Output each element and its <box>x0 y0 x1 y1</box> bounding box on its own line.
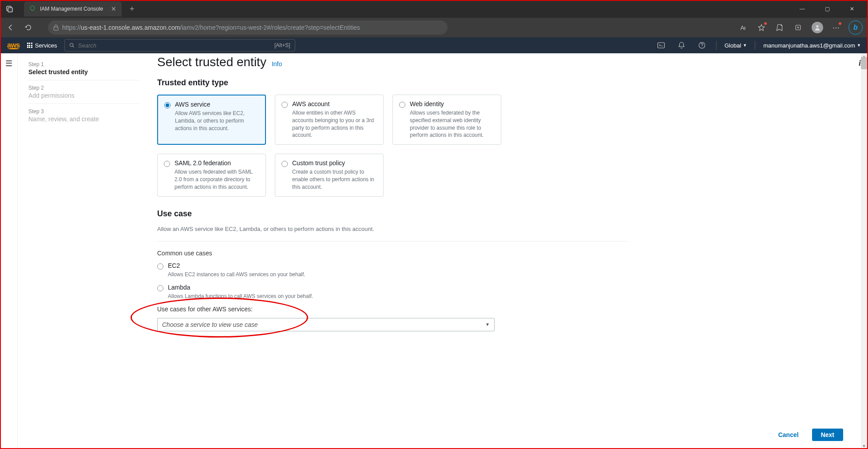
read-aloud-icon[interactable]: A)) <box>737 21 749 34</box>
browser-chrome: IAM Management Console ✕ + — ▢ ✕ https:/… <box>0 0 868 37</box>
back-button[interactable] <box>4 20 18 35</box>
wizard-step-1[interactable]: Step 1 Select trusted entity <box>28 57 139 80</box>
radio-icon <box>164 102 170 108</box>
lock-icon <box>53 24 59 31</box>
account-menu[interactable]: manumanjunatha.aws1@gmail.com ▼ <box>763 42 861 49</box>
service-select[interactable]: Choose a service to view use case ▼ <box>157 318 495 331</box>
svg-rect-1 <box>8 8 12 12</box>
radio-icon <box>281 102 288 108</box>
browser-titlebar: IAM Management Console ✕ + — ▢ ✕ <box>0 0 868 18</box>
chevron-down-icon: ▼ <box>743 43 747 48</box>
aws-console-header: aws Services [Alt+S] Global ▼ manumanjun… <box>0 37 868 53</box>
browser-tab[interactable]: IAM Management Console ✕ <box>24 1 122 16</box>
minimize-button[interactable]: — <box>793 6 811 12</box>
svg-point-4 <box>816 25 818 28</box>
use-case-heading: Use case <box>157 209 628 219</box>
chevron-down-icon: ▼ <box>857 43 861 48</box>
divider <box>157 241 628 242</box>
services-label: Services <box>35 42 57 49</box>
notifications-icon[interactable] <box>675 39 688 52</box>
entity-saml[interactable]: SAML 2.0 federation Allow users federate… <box>157 154 266 196</box>
radio-icon <box>157 263 163 270</box>
search-icon <box>69 42 75 48</box>
console-search-box[interactable]: [Alt+S] <box>64 39 295 52</box>
bing-icon[interactable]: b <box>848 20 863 35</box>
trusted-entity-heading: Trusted entity type <box>157 78 628 87</box>
aws-favicon-icon <box>29 5 36 12</box>
cloudshell-icon[interactable] <box>655 39 667 52</box>
aws-logo[interactable]: aws <box>7 42 20 49</box>
scrollbar-track[interactable] <box>861 53 867 449</box>
close-window-button[interactable]: ✕ <box>843 6 861 12</box>
wizard-step-2: Step 2 Add permissions <box>28 80 139 104</box>
svg-point-8 <box>702 47 702 47</box>
wizard-step-3: Step 3 Name, review, and create <box>28 104 139 127</box>
info-link[interactable]: Info <box>272 60 282 68</box>
favorite-icon[interactable] <box>755 21 768 34</box>
entity-web-identity[interactable]: Web identity Allows users federated by t… <box>392 95 501 145</box>
help-icon[interactable] <box>696 39 708 52</box>
favorites-list-icon[interactable] <box>774 21 786 34</box>
close-tab-icon[interactable]: ✕ <box>111 5 116 12</box>
svg-point-5 <box>70 43 73 46</box>
svg-rect-2 <box>54 27 58 30</box>
new-tab-button[interactable]: + <box>130 4 135 14</box>
url-text: https://us-east-1.console.aws.amazon.com… <box>62 24 360 31</box>
tab-actions-icon[interactable] <box>4 3 16 15</box>
left-rail: ☰ <box>0 53 18 449</box>
grid-icon <box>27 43 32 48</box>
radio-icon <box>281 161 288 167</box>
services-menu-button[interactable]: Services <box>27 42 57 49</box>
maximize-button[interactable]: ▢ <box>818 6 836 12</box>
page-title: Select trusted entity <box>157 55 266 69</box>
cancel-button[interactable]: Cancel <box>769 429 808 441</box>
browser-toolbar: https://us-east-1.console.aws.amazon.com… <box>0 18 868 37</box>
address-bar[interactable]: https://us-east-1.console.aws.amazon.com… <box>48 20 448 35</box>
usecase-ec2[interactable]: EC2 Allows EC2 instances to call AWS ser… <box>157 262 628 278</box>
region-selector[interactable]: Global ▼ <box>725 42 747 49</box>
scroll-down-icon[interactable]: ▼ <box>861 443 867 449</box>
hamburger-menu-icon[interactable]: ☰ <box>5 59 12 449</box>
annotation-highlight <box>131 298 308 338</box>
common-use-cases-label: Common use cases <box>157 250 628 257</box>
svg-rect-6 <box>658 43 664 48</box>
tab-title: IAM Management Console <box>40 6 107 12</box>
scrollbar-thumb[interactable] <box>861 57 867 69</box>
wizard-steps: Step 1 Select trusted entity Step 2 Add … <box>28 53 139 449</box>
usecase-lambda[interactable]: Lambda Allows Lambda functions to call A… <box>157 284 628 299</box>
entity-aws-account[interactable]: AWS account Allow entities in other AWS … <box>275 95 384 145</box>
chevron-down-icon: ▼ <box>485 322 490 327</box>
radio-icon <box>164 161 170 167</box>
entity-custom-policy[interactable]: Custom trust policy Create a custom trus… <box>275 154 384 196</box>
use-case-description: Allow an AWS service like EC2, Lambda, o… <box>157 226 628 232</box>
other-services-label: Use cases for other AWS services: <box>157 306 628 313</box>
content-area: ☰ i Step 1 Select trusted entity Step 2 … <box>0 53 868 449</box>
radio-icon <box>157 285 163 291</box>
next-button[interactable]: Next <box>812 429 843 441</box>
form-area: Select trusted entity Info Trusted entit… <box>157 53 628 449</box>
refresh-button[interactable] <box>21 20 36 35</box>
search-shortcut: [Alt+S] <box>274 42 290 48</box>
more-icon[interactable]: ⋯ <box>830 21 842 34</box>
profile-icon[interactable] <box>811 21 824 34</box>
radio-icon <box>399 102 405 108</box>
entity-aws-service[interactable]: AWS service Allow AWS services like EC2,… <box>157 95 266 145</box>
footer-buttons: Cancel Next <box>769 429 843 441</box>
console-search-input[interactable] <box>78 42 271 49</box>
collections-icon[interactable] <box>793 21 805 34</box>
